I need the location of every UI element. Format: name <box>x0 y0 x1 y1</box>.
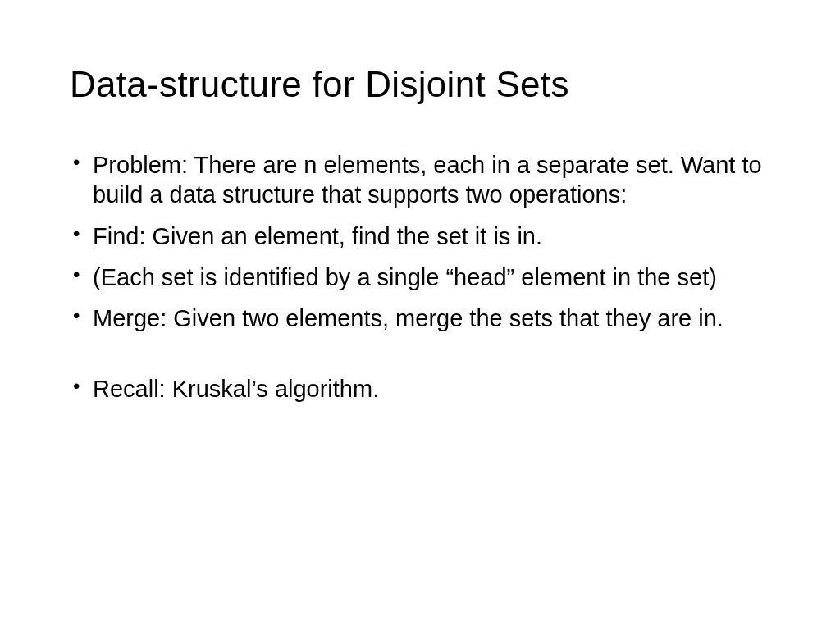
list-item: Problem: There are n elements, each in a… <box>70 150 770 210</box>
list-item: (Each set is identified by a single “hea… <box>70 262 770 292</box>
bullet-list: Recall: Kruskal’s algorithm. <box>70 374 770 404</box>
bullet-list: Problem: There are n elements, each in a… <box>70 150 770 333</box>
list-item: Merge: Given two elements, merge the set… <box>70 304 770 333</box>
spacer <box>70 345 770 374</box>
slide-title: Data-structure for Disjoint Sets <box>70 64 770 105</box>
list-item: Recall: Kruskal’s algorithm. <box>70 374 770 404</box>
list-item: Find: Given an element, find the set it … <box>70 221 770 251</box>
